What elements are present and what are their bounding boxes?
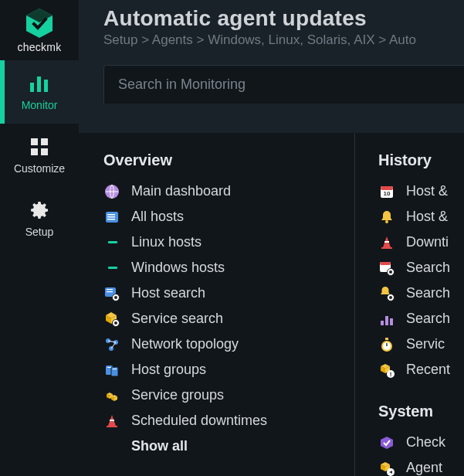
- sidebar: checkmk Monitor Customize: [0, 0, 79, 476]
- svg-point-43: [389, 296, 392, 299]
- history-item-3[interactable]: Search: [378, 255, 450, 280]
- svg-rect-15: [107, 289, 113, 290]
- svg-rect-28: [107, 367, 111, 368]
- bars-icon: [378, 311, 395, 328]
- overview-column: Overview Main dashboard All hosts Linux …: [79, 133, 355, 476]
- svg-rect-13: [107, 219, 115, 220]
- svg-rect-3: [37, 76, 41, 92]
- svg-rect-45: [385, 316, 388, 325]
- item-label: Downti: [406, 234, 449, 250]
- history-item-0[interactable]: 10 Host &: [378, 178, 450, 204]
- svg-rect-30: [110, 420, 114, 421]
- nav-item-label: Customize: [14, 162, 65, 175]
- svg-rect-5: [31, 138, 38, 145]
- overview-heading: Overview: [103, 151, 340, 169]
- bell-icon: [378, 209, 395, 226]
- svg-point-20: [114, 321, 117, 325]
- nav-monitor[interactable]: Monitor: [0, 60, 79, 124]
- svg-point-18: [114, 296, 117, 299]
- monitor-icon: [27, 73, 52, 94]
- svg-rect-2: [30, 83, 34, 92]
- overview-all-hosts[interactable]: All hosts: [103, 204, 340, 230]
- history-column: History 10 Host & Host & Downti: [355, 133, 464, 476]
- svg-rect-44: [381, 321, 384, 325]
- svg-rect-16: [107, 291, 113, 292]
- overview-linux-hosts[interactable]: Linux hosts: [103, 230, 340, 255]
- system-item-0[interactable]: Check: [378, 430, 450, 455]
- svg-rect-31: [107, 426, 117, 427]
- item-label: Host search: [131, 285, 205, 301]
- history-item-5[interactable]: Search: [378, 306, 450, 332]
- system-heading: System: [378, 403, 450, 420]
- svg-rect-29: [113, 369, 117, 369]
- svg-rect-37: [381, 247, 392, 249]
- item-label: Main dashboard: [131, 183, 231, 199]
- dash-icon: [105, 260, 120, 277]
- history-item-6[interactable]: Servic: [378, 332, 450, 357]
- brand-logo[interactable]: checkmk: [0, 0, 79, 60]
- cone-icon: [103, 413, 120, 430]
- globe-icon: [103, 183, 120, 200]
- overview-host-groups[interactable]: Host groups: [103, 357, 340, 382]
- service-groups-icon: [103, 387, 120, 404]
- nav-item-label: Monitor: [22, 99, 58, 111]
- item-label: All hosts: [131, 209, 184, 225]
- svg-point-35: [385, 220, 388, 223]
- host-search-icon: [103, 285, 120, 302]
- hex-icon: [378, 434, 395, 451]
- svg-marker-53: [381, 437, 393, 449]
- nav-customize[interactable]: Customize: [0, 124, 79, 187]
- item-label: Network topology: [131, 336, 239, 352]
- svg-rect-36: [384, 241, 389, 243]
- svg-rect-11: [107, 214, 115, 216]
- dash-icon: [105, 234, 120, 251]
- search-box[interactable]: [103, 65, 464, 104]
- overview-service-search[interactable]: Service search: [103, 306, 340, 332]
- cone-icon: [378, 234, 395, 251]
- setup-icon: [27, 199, 52, 221]
- item-label: Service search: [131, 311, 223, 327]
- item-label: Host &: [406, 209, 448, 225]
- item-label: Service groups: [131, 387, 224, 403]
- item-label: Check: [406, 434, 445, 450]
- search-input[interactable]: [118, 76, 450, 93]
- item-label: Scheduled downtimes: [131, 413, 267, 429]
- calendar-icon: 10: [378, 183, 395, 200]
- system-item-1[interactable]: Agent: [378, 455, 450, 476]
- topology-icon: [103, 336, 120, 353]
- history-item-7[interactable]: ! Recent: [378, 357, 450, 382]
- main-area: Automatic agent updates Setup > Agents >…: [79, 0, 464, 476]
- overview-scheduled-downtimes[interactable]: Scheduled downtimes: [103, 408, 340, 434]
- stopwatch-icon: [378, 336, 395, 353]
- bell-search-icon: [378, 285, 395, 302]
- nav-setup[interactable]: Setup: [0, 187, 79, 250]
- item-label: Host groups: [131, 362, 206, 378]
- item-label: Linux hosts: [131, 234, 202, 250]
- calendar-search-icon: [378, 260, 395, 277]
- overview-main-dashboard[interactable]: Main dashboard: [103, 178, 340, 204]
- search-container: [103, 65, 464, 104]
- item-label: Windows hosts: [131, 260, 225, 276]
- svg-rect-46: [390, 318, 393, 325]
- svg-text:10: 10: [384, 190, 391, 197]
- svg-rect-12: [107, 216, 115, 218]
- nav-item-label: Setup: [25, 226, 54, 238]
- svg-rect-39: [380, 262, 391, 265]
- overview-show-all[interactable]: Show all: [131, 438, 340, 454]
- page-header: Automatic agent updates Setup > Agents >…: [79, 0, 464, 48]
- mega-menu: Overview Main dashboard All hosts Linux …: [79, 133, 464, 476]
- history-item-2[interactable]: Downti: [378, 230, 450, 255]
- history-item-1[interactable]: Host &: [378, 204, 450, 230]
- item-label: Search: [406, 311, 450, 327]
- overview-host-search[interactable]: Host search: [103, 280, 340, 306]
- overview-service-groups[interactable]: Service groups: [103, 382, 340, 408]
- agent-icon: [378, 460, 395, 477]
- overview-windows-hosts[interactable]: Windows hosts: [103, 255, 340, 280]
- item-label: Search: [406, 285, 450, 301]
- overview-network-topology[interactable]: Network topology: [103, 332, 340, 357]
- breadcrumb[interactable]: Setup > Agents > Windows, Linux, Solaris…: [103, 32, 464, 48]
- svg-text:!: !: [390, 371, 392, 378]
- brand-name: checkmk: [17, 41, 61, 53]
- checkmk-logo-icon: [23, 7, 56, 39]
- history-item-4[interactable]: Search: [378, 280, 450, 306]
